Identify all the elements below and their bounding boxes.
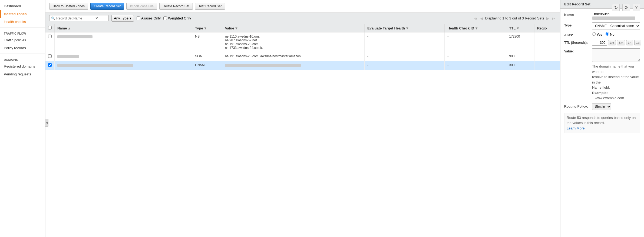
col-evaluate[interactable]: Evaluate Target Health▼ [365, 24, 445, 32]
sidebar-divider-1 [0, 27, 45, 28]
ttl-5m-button[interactable]: 5m [617, 40, 625, 45]
panel-body: Name: _b8e850cb Type: CNAME – Canonical … [560, 9, 644, 237]
col-evaluate-label: Evaluate Target Health [367, 26, 405, 30]
weighted-only-checkbox[interactable] [163, 16, 167, 20]
type-select[interactable]: CNAME – Canonical name [592, 22, 640, 29]
sidebar-item-traffic-policies[interactable]: Traffic policies [0, 36, 45, 44]
pagination-next-button[interactable]: ▶ [546, 16, 550, 21]
alias-yes-radio[interactable] [592, 32, 596, 36]
row-cname-name [55, 61, 192, 70]
col-ttl-label: TTL [509, 26, 516, 30]
row-cname-ttl: 300 [506, 61, 534, 70]
col-type-label: Type [195, 26, 203, 30]
type-field-value[interactable]: CNAME – Canonical name [592, 22, 640, 29]
col-region: Regio [534, 24, 560, 32]
row-ns-type: NS [192, 32, 222, 52]
col-type[interactable]: Type▼ [192, 24, 222, 32]
delete-record-set-button[interactable]: Delete Record Set [159, 3, 193, 10]
learn-more-link[interactable]: Learn More [567, 126, 584, 130]
row-cname-value-blurred [225, 64, 301, 67]
col-ttl[interactable]: TTL▼ [506, 24, 534, 32]
row-soa-health-check: - [445, 52, 506, 61]
row-cname-name-blurred [57, 64, 133, 67]
pagination-prev-button[interactable]: ◀ [480, 16, 484, 21]
value-field-label: Value: [564, 48, 590, 53]
row-ns-checkbox-cell[interactable] [45, 32, 55, 52]
table-row[interactable]: CNAME - - 300 [45, 61, 560, 70]
row-cname-evaluate: - [365, 61, 445, 70]
row-soa-checkbox[interactable] [48, 54, 52, 58]
routing-select-wrap: Simple [592, 104, 640, 110]
row-ns-ttl: 172800 [506, 32, 534, 52]
alias-no-text: No [610, 32, 615, 36]
sidebar-item-hosted-zones[interactable]: Hosted zones [0, 10, 45, 18]
aliases-only-checkbox-wrap[interactable]: Aliases Only [137, 16, 161, 20]
pagination-first-button[interactable]: ⏮ [473, 16, 478, 21]
col-name-label: Name [57, 26, 67, 30]
weighted-only-label: Weighted Only [168, 16, 191, 20]
pagination-last-button[interactable]: ⏭ [551, 16, 556, 21]
value-example: www.example.com [592, 96, 624, 100]
ttl-input[interactable] [592, 40, 607, 46]
alias-no-radio[interactable] [606, 32, 609, 36]
sidebar-item-registered-domains[interactable]: Registered domains [0, 62, 45, 70]
row-soa-name-blurred [57, 55, 79, 58]
top-icons-bar: ↻ ⚙ ? [612, 4, 640, 11]
table-row[interactable]: SOA ns-191.awsdns-23.com. awsdns-hostmas… [45, 52, 560, 61]
ttl-1h-button[interactable]: 1h [626, 40, 633, 45]
search-clear-button[interactable]: ✕ [95, 16, 98, 20]
sidebar-item-pending-requests[interactable]: Pending requests [0, 70, 45, 78]
name-prefix: _b8e850cb [592, 12, 609, 16]
import-zone-file-button[interactable]: Import Zone File [126, 3, 157, 10]
aliases-only-checkbox[interactable] [137, 16, 140, 20]
col-health-check[interactable]: Health Check ID▼ [445, 24, 506, 32]
routing-policy-value: Simple [592, 104, 640, 110]
row-cname-health-check: - [445, 61, 506, 70]
select-all-checkbox[interactable] [48, 26, 52, 29]
sidebar-item-dashboard[interactable]: Dashboard [0, 2, 45, 10]
col-name-sort-icon: ▲ [67, 26, 71, 30]
edit-record-set-panel: Edit Record Set Name: _b8e850cb Type: CN… [560, 0, 644, 237]
name-field-label: Name: [564, 12, 590, 17]
table-row[interactable]: NS ns-1110.awsdns-10.org. ns-987.awsdns-… [45, 32, 560, 52]
refresh-button[interactable]: ↻ [612, 4, 620, 11]
search-input[interactable] [56, 16, 94, 20]
routing-select[interactable]: Simple [592, 104, 611, 110]
alias-field-label: Alias: [564, 32, 590, 37]
row-cname-value [222, 61, 364, 70]
type-filter-dropdown[interactable]: Any Type ▾ [111, 15, 134, 22]
row-soa-ttl: 900 [506, 52, 534, 61]
back-to-hosted-zones-button[interactable]: Back to Hosted Zones [49, 3, 88, 10]
alias-no-label[interactable]: No [606, 32, 615, 36]
value-textarea[interactable] [592, 48, 640, 62]
ttl-input-group: 1m 5m 1h 1d [592, 40, 641, 46]
aliases-only-label: Aliases Only [141, 16, 161, 20]
sidebar-item-health-checks[interactable]: Health checks [0, 18, 45, 26]
col-name[interactable]: Name▲ [55, 24, 192, 32]
row-ns-region [534, 32, 560, 52]
help-button[interactable]: ? [633, 4, 640, 11]
ttl-1d-button[interactable]: 1d [634, 40, 641, 45]
settings-button[interactable]: ⚙ [622, 4, 630, 11]
row-soa-checkbox-cell[interactable] [45, 52, 55, 61]
sidebar-item-policy-records[interactable]: Policy records [0, 44, 45, 52]
test-record-set-button[interactable]: Test Record Set [195, 3, 225, 10]
form-row-alias: Alias: Yes No [564, 32, 640, 37]
row-cname-checkbox[interactable] [48, 63, 52, 67]
row-cname-checkbox-cell[interactable] [45, 61, 55, 70]
row-ns-checkbox[interactable] [48, 35, 52, 38]
sidebar-collapse-button[interactable]: ◀ [45, 119, 48, 127]
pagination-info: ⏮ ◀ Displaying 1 to 3 out of 3 Record Se… [473, 16, 556, 21]
name-blurred [592, 16, 635, 20]
create-record-set-button[interactable]: Create Record Set [90, 3, 124, 10]
records-table: Name▲ Type▼ Value▼ Evaluate Target Healt… [45, 24, 560, 70]
ttl-1m-button[interactable]: 1m [608, 40, 616, 45]
sidebar-divider-2 [0, 54, 45, 54]
row-soa-value: ns-191.awsdns-23.com. awsdns-hostmaster.… [222, 52, 364, 61]
weighted-only-checkbox-wrap[interactable]: Weighted Only [163, 16, 191, 20]
row-cname-region [534, 61, 560, 70]
select-all-header[interactable] [45, 24, 55, 32]
alias-yes-label[interactable]: Yes [592, 32, 602, 36]
col-value-sort-icon: ▼ [235, 26, 238, 30]
col-value[interactable]: Value▼ [222, 24, 364, 32]
